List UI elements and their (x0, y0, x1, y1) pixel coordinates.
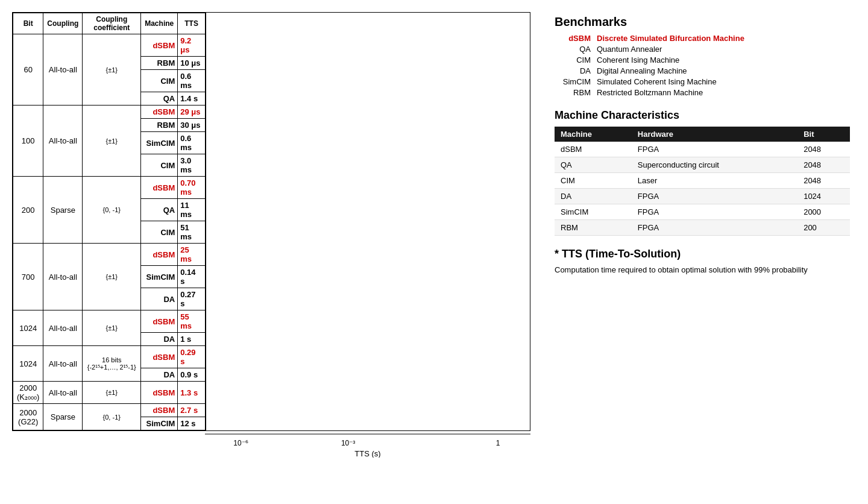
coefficient-cell: 16 bits {-2¹⁵+1,…, 2¹⁵-1} (83, 346, 141, 382)
mc-table-row: DAFPGA1024 (555, 189, 850, 204)
tts-cell: 1.4 s (178, 92, 206, 106)
coupling-cell: Sparse (43, 177, 83, 244)
data-table: Bit Coupling Coupling coefficient Machin… (13, 13, 206, 430)
machine-cell: SimCIM (141, 132, 178, 154)
col-header-coupling: Coupling (43, 13, 83, 34)
table-row: 2000 (G22)Sparse{0, -1}dSBM2.7 s (13, 404, 206, 417)
table-row: 1024All-to-all{±1}dSBM55 ms (13, 310, 206, 333)
mc-col-machine: Machine (555, 127, 632, 142)
dsbm-machine: dSBM (153, 353, 175, 362)
dsbm-machine: dSBM (153, 317, 175, 326)
x-axis-container: 10⁻⁶ 10⁻³ 1 TTS (s) (205, 431, 530, 458)
table-row: 1024All-to-all16 bits {-2¹⁵+1,…, 2¹⁵-1}d… (13, 346, 206, 368)
machine-cell: dSBM (141, 346, 178, 368)
comparison-bar (206, 405, 530, 413)
mc-machine-cell: QA (555, 157, 632, 173)
bar-chart (206, 13, 530, 430)
benchmark-item: RBMRestricted Boltzmann Machine (555, 88, 850, 97)
dsbm-tts: 2.7 s (180, 406, 198, 415)
benchmark-value: Coherent Ising Machine (597, 55, 679, 65)
tts-cell: 30 μs (178, 119, 206, 132)
machine-cell: dSBM (141, 382, 178, 404)
machine-cell: SimCIM (141, 417, 178, 430)
comparison-bar (206, 148, 388, 156)
mc-table-row: SimCIMFPGA2000 (555, 204, 850, 220)
dsbm-bar (206, 21, 213, 29)
tts-cell: 9.2 μs (178, 34, 206, 57)
coupling-cell: All-to-all (43, 106, 83, 177)
x-label-3: 1 (496, 439, 500, 447)
col-header-bit: Bit (13, 13, 43, 34)
dsbm-tts: 9.2 μs (180, 36, 191, 54)
machine-cell: dSBM (141, 310, 178, 333)
comparison-bar (206, 48, 523, 56)
mc-hardware-cell: FPGA (632, 204, 797, 220)
mc-bit-cell: 2048 (797, 173, 850, 189)
dsbm-bar (206, 396, 507, 404)
x-axis-title: TTS (s) (354, 449, 380, 458)
machine-cell: DA (141, 333, 178, 346)
dsbm-bar (206, 291, 439, 299)
mc-hardware-cell: FPGA (632, 220, 797, 236)
benchmarks-title: Benchmarks (555, 15, 850, 29)
benchmarks-list: dSBMDiscrete Simulated Bifurcation Machi… (555, 34, 850, 97)
tts-cell: 55 ms (178, 310, 206, 333)
mc-hardware-cell: Superconducting circuit (632, 157, 797, 173)
benchmark-key: DA (555, 66, 591, 75)
mc-bit-cell: 200 (797, 220, 850, 236)
machine-cell: dSBM (141, 244, 178, 266)
mc-machine-cell: dSBM (555, 142, 632, 157)
benchmark-item: CIMCoherent Ising Machine (555, 55, 850, 65)
comparison-bar (206, 248, 491, 256)
tts-cell: 25 ms (178, 244, 206, 266)
mc-table-row: dSBMFPGA2048 (555, 142, 850, 157)
coupling-cell: All-to-all (43, 244, 83, 310)
table-chart-wrapper: Bit Coupling Coupling coefficient Machin… (12, 12, 530, 431)
tts-cell: 12 s (178, 417, 206, 430)
comparison-bar (206, 30, 214, 38)
dsbm-tts: 0.70 ms (180, 178, 195, 197)
coupling-cell: All-to-all (43, 34, 83, 106)
benchmark-item: dSBMDiscrete Simulated Bifurcation Machi… (555, 34, 850, 43)
machine-cell: DA (141, 288, 178, 310)
mc-machine-cell: DA (555, 189, 632, 204)
benchmarks-section: Benchmarks dSBMDiscrete Simulated Bifurc… (555, 15, 850, 97)
bit-cell: 1024 (13, 346, 43, 382)
left-panel: Bit Coupling Coupling coefficient Machin… (12, 12, 530, 492)
mc-hardware-cell: FPGA (632, 142, 797, 157)
benchmark-value: Discrete Simulated Bifurcation Machine (597, 34, 744, 43)
comparison-bar (206, 201, 471, 209)
right-panel: Benchmarks dSBMDiscrete Simulated Bifurc… (549, 12, 856, 492)
tts-cell: 0.29 s (178, 346, 206, 368)
table-row: 100All-to-all{±1}dSBM29 μs (13, 106, 206, 119)
tts-cell: 0.6 ms (178, 70, 206, 92)
chart-area (206, 13, 530, 430)
benchmark-item: SimCIMSimulated Coherent Ising Machine (555, 77, 850, 86)
dsbm-machine: dSBM (153, 388, 175, 397)
coupling-cell: Sparse (43, 404, 83, 430)
machine-cell: SimCIM (141, 266, 178, 288)
dsbm-bar (206, 239, 355, 247)
machine-cell: dSBM (141, 404, 178, 417)
tts-cell: 2.7 s (178, 404, 206, 417)
mc-col-bit: Bit (797, 127, 850, 142)
dsbm-machine: dSBM (153, 250, 175, 259)
comparison-bar (206, 39, 245, 47)
bit-cell: 700 (13, 244, 43, 310)
benchmark-value: Digital Annealing Machine (597, 66, 687, 75)
tts-cell: 51 ms (178, 221, 206, 244)
mc-table-row: CIMLaser2048 (555, 173, 850, 189)
table-row: 700All-to-all{±1}dSBM25 ms (13, 244, 206, 266)
comparison-bar (206, 192, 423, 200)
coefficient-cell: {±1} (83, 382, 141, 404)
col-header-coeff: Coupling coefficient (83, 13, 141, 34)
machine-char-table: Machine Hardware Bit dSBMFPGA2048QASuper… (555, 127, 850, 236)
dsbm-tts: 29 μs (180, 107, 200, 116)
tts-cell: 1.3 s (178, 382, 206, 404)
mc-table-row: RBMFPGA200 (555, 220, 850, 236)
machine-cell: RBM (141, 119, 178, 132)
tts-section: * TTS (Time-To-Solution) Computation tim… (555, 248, 850, 276)
mc-machine-cell: SimCIM (555, 204, 632, 220)
machine-cell: dSBM (141, 34, 178, 57)
bit-cell: 1024 (13, 310, 43, 346)
